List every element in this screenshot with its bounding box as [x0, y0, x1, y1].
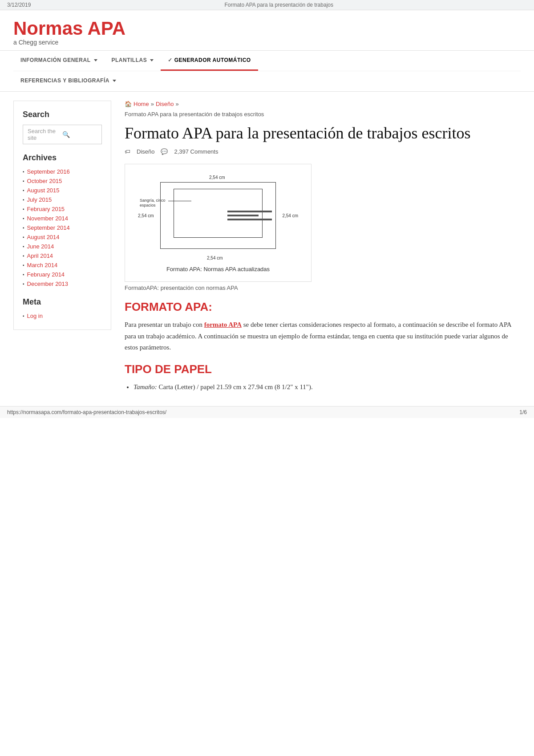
sidebar: Search Search the site 🔍 Archives Septem… [13, 101, 111, 330]
chevron-down-icon [150, 59, 154, 61]
article-title: Formato APA para la presentación de trab… [125, 124, 521, 143]
nav-label-informacion: INFORMACIÓN GENERAL [20, 57, 91, 63]
article-body: FORMATO APA: Para presentar un trabajo c… [125, 300, 521, 393]
formato-paragraph: Para presentar un trabajo con formato AP… [125, 319, 521, 354]
breadcrumb-separator: » [151, 101, 154, 107]
apa-diagram: 2,54 cm 2,54 cm 2,54 cm 2,54 cm Sangría [138, 173, 298, 262]
section-heading-tipo: TIPO DE PAPEL [125, 362, 521, 376]
nav-second-row: REFERENCIAS Y BIBLIOGRAFÍA [13, 71, 521, 91]
chevron-down-icon [94, 59, 97, 61]
meta-title: Meta [23, 297, 102, 307]
dim-left-label: 2,54 cm [138, 213, 154, 218]
archive-item-oct2015[interactable]: October 2015 [23, 176, 102, 186]
tipo-list-item-tamano: Tamaño: Carta (Letter) / papel 21.59 cm … [134, 382, 521, 393]
nav-item-referencias[interactable]: REFERENCIAS Y BIBLIOGRAFÍA [13, 71, 521, 91]
browser-date: 3/12/2019 [7, 2, 31, 8]
search-box[interactable]: Search the site 🔍 [23, 125, 102, 144]
archive-item-aug2014[interactable]: August 2014 [23, 232, 102, 242]
breadcrumb: 🏠 Home » Diseño » [125, 101, 521, 107]
archive-item-mar2014[interactable]: March 2014 [23, 260, 102, 270]
dim-top-label: 2,54 cm [209, 175, 225, 180]
site-header: Normas APA a Chegg service [0, 10, 534, 51]
apa-text-lines [227, 211, 272, 220]
archive-item-apr2014[interactable]: April 2014 [23, 251, 102, 260]
browser-page-title: Formato APA para la presentación de trab… [224, 2, 333, 8]
site-tagline: a Chegg service [13, 39, 521, 46]
archive-item-jul2015[interactable]: July 2015 [23, 195, 102, 204]
archive-item-feb2015[interactable]: February 2015 [23, 204, 102, 214]
main-content: 🏠 Home » Diseño » Formato APA para la pr… [125, 101, 521, 397]
breadcrumb-current: Formato APA para la presentación de trab… [125, 111, 521, 118]
apa-text-area [174, 189, 263, 238]
tamano-label: Tamaño: [134, 383, 157, 390]
nav-label-generador: GENERADOR AUTOMÁTICO [174, 57, 251, 63]
chevron-down-icon [113, 80, 116, 82]
diagram-subcaption: FormatoAPA: presentación con normas APA [125, 285, 521, 291]
nav-label-plantillas: PLANTILLAS [112, 57, 147, 63]
browser-bar: 3/12/2019 Formato APA para la presentaci… [0, 0, 534, 10]
article-meta: 🏷 Diseño 💬 2,397 Comments [125, 148, 521, 155]
sangria-line [168, 201, 191, 201]
bold-red-formato[interactable]: formato APA [204, 321, 242, 328]
archive-item-sep2014[interactable]: September 2014 [23, 223, 102, 232]
checkmark-icon: ✓ [168, 57, 173, 63]
apa-text-line-2 [227, 215, 259, 216]
meta-login[interactable]: Log in [23, 311, 102, 321]
search-icon: 🔍 [62, 131, 97, 138]
diagram-caption: Formato APA: Normas APA actualizadas [134, 266, 302, 272]
comments-icon: 💬 [161, 148, 168, 155]
breadcrumb-category[interactable]: Diseño [156, 101, 174, 107]
archive-item-nov2014[interactable]: November 2014 [23, 214, 102, 223]
sangria-label: Sangría, cinco espacios [140, 198, 166, 208]
archive-item-jun2014[interactable]: June 2014 [23, 242, 102, 251]
breadcrumb-home[interactable]: Home [134, 101, 149, 107]
tag-icon: 🏷 [125, 148, 130, 155]
dim-right-label: 2,54 cm [282, 213, 298, 218]
archive-item-dec2013[interactable]: December 2013 [23, 279, 102, 289]
bottom-bar: https://normasapa.com/formato-apa-presen… [0, 406, 534, 418]
apa-text-line-3 [227, 219, 272, 220]
breadcrumb-separator-2: » [175, 101, 178, 107]
bottom-url[interactable]: https://normasapa.com/formato-apa-presen… [7, 409, 166, 415]
archive-item-aug2015[interactable]: August 2015 [23, 186, 102, 195]
article-comments: 2,397 Comments [174, 148, 218, 155]
apa-text-line-1 [227, 211, 272, 212]
page-container: Search Search the site 🔍 Archives Septem… [0, 92, 534, 406]
article-tag[interactable]: Diseño [137, 148, 154, 155]
nav-item-informacion[interactable]: INFORMACIÓN GENERAL [13, 51, 105, 71]
apa-diagram-container: 2,54 cm 2,54 cm 2,54 cm 2,54 cm Sangría [125, 164, 312, 282]
section-heading-formato: FORMATO APA: [125, 300, 521, 314]
archive-item-feb2014[interactable]: February 2014 [23, 270, 102, 279]
archives-title: Archives [23, 153, 102, 163]
main-nav: INFORMACIÓN GENERAL PLANTILLAS ✓ GENERAD… [0, 51, 534, 92]
nav-label-referencias: REFERENCIAS Y BIBLIOGRAFÍA [20, 77, 109, 84]
nav-item-plantillas[interactable]: PLANTILLAS [105, 51, 161, 71]
bottom-page-num: 1/6 [519, 409, 527, 415]
home-icon: 🏠 [125, 101, 132, 107]
nav-item-generador[interactable]: ✓ GENERADOR AUTOMÁTICO [161, 51, 258, 71]
archive-item-sep2016[interactable]: September 2016 [23, 167, 102, 176]
search-placeholder: Search the site [28, 128, 62, 141]
search-section-title: Search [23, 110, 102, 119]
tipo-list: Tamaño: Carta (Letter) / papel 21.59 cm … [134, 382, 521, 393]
site-logo[interactable]: Normas APA [13, 19, 521, 38]
dim-bottom-label: 2,54 cm [207, 256, 223, 260]
archive-list: September 2016 October 2015 August 2015 … [23, 167, 102, 289]
meta-list: Log in [23, 311, 102, 321]
